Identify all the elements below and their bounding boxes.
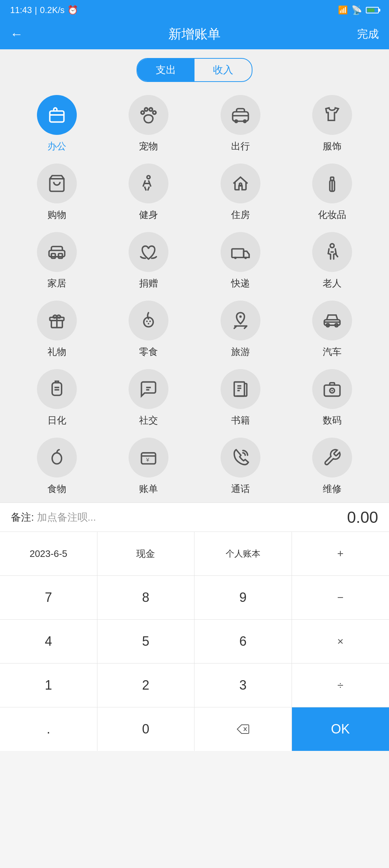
status-bar: 11:43 | 0.2K/s ⏰ 📶 📡 xyxy=(0,0,389,20)
key-6[interactable]: 6 xyxy=(194,620,292,663)
housing-label: 住房 xyxy=(231,208,250,221)
ok-button[interactable]: OK xyxy=(292,707,389,751)
category-fitness[interactable]: 健身 xyxy=(106,164,191,221)
shopping-icon xyxy=(37,164,77,203)
svg-rect-17 xyxy=(51,253,55,258)
food-icon xyxy=(37,438,77,478)
keypad-row-2: 7 8 9 − xyxy=(0,576,389,620)
svg-point-21 xyxy=(244,257,247,259)
svg-rect-36 xyxy=(52,383,62,396)
pet-label: 宠物 xyxy=(139,140,158,153)
category-gift[interactable]: 礼物 xyxy=(14,301,99,358)
signal-icon: 📶 xyxy=(338,5,348,15)
key-1[interactable]: 1 xyxy=(0,664,97,707)
backspace-button[interactable] xyxy=(194,707,292,751)
category-food[interactable]: 食物 xyxy=(14,438,99,495)
category-travel[interactable]: 出行 xyxy=(198,95,283,153)
page-title: 新增账单 xyxy=(168,25,221,43)
key-7[interactable]: 7 xyxy=(0,576,97,619)
phone-label: 通话 xyxy=(231,483,250,495)
category-tourism[interactable]: 旅游 xyxy=(198,301,283,358)
plus-button[interactable]: + xyxy=(292,532,389,575)
key-2[interactable]: 2 xyxy=(97,664,195,707)
time-display: 11:43 xyxy=(10,5,32,15)
category-donation[interactable]: 捐赠 xyxy=(106,232,191,290)
car-label: 汽车 xyxy=(323,346,342,358)
status-right: 📶 📡 xyxy=(338,5,379,15)
svg-point-31 xyxy=(239,315,242,318)
tab-expense[interactable]: 支出 xyxy=(137,59,194,81)
category-shopping[interactable]: 购物 xyxy=(14,164,99,221)
status-left: 11:43 | 0.2K/s ⏰ xyxy=(10,5,78,15)
cosmetics-label: 化妆品 xyxy=(318,208,346,221)
svg-rect-14 xyxy=(331,177,334,181)
svg-text:¥: ¥ xyxy=(146,456,150,463)
category-phone[interactable]: 通话 xyxy=(198,438,283,495)
tools-icon xyxy=(312,438,352,478)
category-books[interactable]: 书籍 xyxy=(198,369,283,427)
tab-income[interactable]: 收入 xyxy=(194,59,252,81)
social-label: 社交 xyxy=(139,414,158,427)
remark-placeholder[interactable]: 加点备注呗... xyxy=(37,511,96,524)
category-social[interactable]: 社交 xyxy=(106,369,191,427)
remark-bar: 备注: 加点备注呗... 0.00 xyxy=(0,503,389,532)
svg-point-12 xyxy=(239,183,242,186)
svg-point-3 xyxy=(145,108,148,111)
svg-point-29 xyxy=(148,323,149,325)
category-elderly[interactable]: 老人 xyxy=(290,232,375,290)
key-0[interactable]: 0 xyxy=(97,707,195,751)
back-button[interactable]: ← xyxy=(10,26,23,42)
key-3[interactable]: 3 xyxy=(194,664,292,707)
social-icon xyxy=(129,369,168,409)
donation-label: 捐赠 xyxy=(139,277,158,290)
clothing-icon xyxy=(312,95,352,135)
furniture-icon xyxy=(37,232,77,272)
divide-button[interactable]: ÷ xyxy=(292,664,389,707)
svg-point-8 xyxy=(243,120,246,123)
done-button[interactable]: 完成 xyxy=(357,27,379,42)
category-office[interactable]: 办公 xyxy=(14,95,99,153)
app-header: ← 新增账单 完成 xyxy=(0,20,389,49)
clothing-label: 服饰 xyxy=(323,140,342,153)
category-express[interactable]: 快递 xyxy=(198,232,283,290)
category-clothing[interactable]: 服饰 xyxy=(290,95,375,153)
minus-button[interactable]: − xyxy=(292,576,389,619)
svg-point-20 xyxy=(234,257,237,259)
category-tools[interactable]: 维修 xyxy=(290,438,375,495)
daily-icon xyxy=(37,369,77,409)
daily-label: 日化 xyxy=(47,414,66,427)
category-housing[interactable]: 住房 xyxy=(198,164,283,221)
express-icon xyxy=(221,232,260,272)
key-4[interactable]: 4 xyxy=(0,620,97,663)
travel-label: 出行 xyxy=(231,140,250,153)
cosmetics-icon xyxy=(312,164,352,203)
date-button[interactable]: 2023-6-5 xyxy=(0,532,97,575)
svg-rect-19 xyxy=(232,249,244,257)
category-pet[interactable]: 宠物 xyxy=(106,95,191,153)
account-button[interactable]: 个人账本 xyxy=(194,532,292,575)
tourism-icon xyxy=(221,301,260,340)
category-digital[interactable]: 数码 xyxy=(290,369,375,427)
category-daily[interactable]: 日化 xyxy=(14,369,99,427)
key-dot[interactable]: . xyxy=(0,707,97,751)
books-icon xyxy=(221,369,260,409)
category-finance[interactable]: ¥ 账单 xyxy=(106,438,191,495)
category-grid: 办公 宠物 出行 xyxy=(0,88,389,503)
key-9[interactable]: 9 xyxy=(194,576,292,619)
tourism-label: 旅游 xyxy=(231,346,250,358)
svg-point-22 xyxy=(330,244,334,248)
furniture-label: 家居 xyxy=(47,277,66,290)
category-car[interactable]: 汽车 xyxy=(290,301,375,358)
gift-label: 礼物 xyxy=(47,346,66,358)
multiply-button[interactable]: × xyxy=(292,620,389,663)
svg-point-4 xyxy=(149,108,152,111)
category-cosmetics[interactable]: 化妆品 xyxy=(290,164,375,221)
car-icon xyxy=(312,301,352,340)
key-8[interactable]: 8 xyxy=(97,576,195,619)
category-furniture[interactable]: 家居 xyxy=(14,232,99,290)
key-5[interactable]: 5 xyxy=(97,620,195,663)
cash-button[interactable]: 现金 xyxy=(97,532,195,575)
svg-rect-18 xyxy=(58,253,62,258)
category-snack[interactable]: 零食 xyxy=(106,301,191,358)
snack-label: 零食 xyxy=(139,346,158,358)
